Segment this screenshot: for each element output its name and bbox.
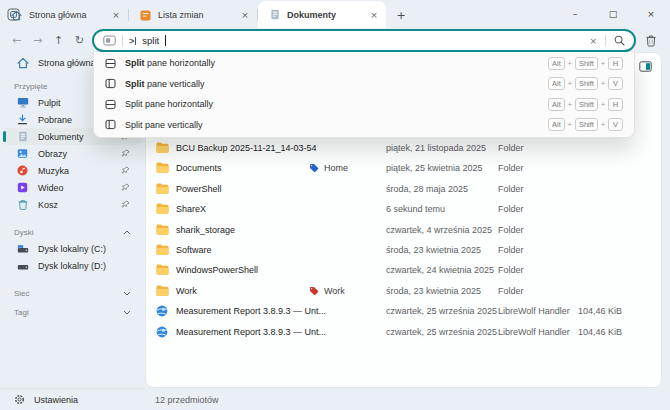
web-file-icon [155,326,169,338]
folder-icon [155,162,169,173]
up-button[interactable]: ↑ [48,30,69,50]
sidebar-item-drive-c[interactable]: Dysk lokalny (C:) [3,240,142,257]
file-name: Documents [176,163,222,173]
label-text: pane vertically [145,79,205,89]
palette-item-split-vertical[interactable]: Split pane vertically Alt+Shift+V [94,74,634,95]
clear-search-icon[interactable]: × [589,36,597,46]
file-type: Folder [498,163,524,173]
command-prompt-indicator: > [129,36,136,46]
tag-icon [309,286,319,296]
sidebar-item-label: Dokumenty [38,132,84,142]
match-text: Split [125,58,145,68]
sidebar-item-settings[interactable]: Ustawienia [0,388,145,410]
file-row[interactable]: Measurement Report 3.8.9.3 — Unt... czwa… [146,322,660,342]
sidebar-item-label: Muzyka [38,166,69,176]
sidebar-item-pictures[interactable]: Obrazy [3,145,142,162]
back-button[interactable]: ← [6,30,27,50]
file-type: LibreWolf Handler [498,306,570,316]
sidebar-section-drives[interactable]: Dyski [0,225,145,240]
desktop-icon [16,97,29,108]
sidebar-item-label: Dysk lokalny (C:) [38,244,106,254]
toggle-details-pane-icon[interactable] [636,58,654,74]
modified-date: czwartek, 25 września 2025 [386,327,497,337]
trash-icon[interactable] [641,30,661,50]
sidebar-section-network[interactable]: Sieć [0,286,145,301]
drive-icon [16,261,29,271]
web-file-icon [155,305,169,317]
tab-changelog[interactable]: Lista zmian × [129,2,257,28]
new-tab-button[interactable]: + [392,6,410,24]
file-row[interactable]: Work Work środa, 23 kwietnia 2025 Folder [146,281,660,301]
sidebar-section-tags[interactable]: Tagi [0,305,145,320]
modified-date: czwartek, 25 września 2025 [386,306,497,316]
tab-label: Strona główna [29,10,87,20]
music-icon [16,165,29,176]
sidebar-item-drive-d[interactable]: Dysk lokalny (D:) [3,257,142,274]
folder-icon [155,142,169,153]
file-type: Folder [498,143,524,153]
tab-close-icon[interactable]: × [109,8,123,22]
keyboard-shortcut: Alt+Shift+V [548,77,623,90]
file-type: Folder [498,245,524,255]
document-icon [16,131,29,142]
file-name: ShareX [176,204,206,214]
folder-icon [155,264,169,275]
tab-close-icon[interactable]: × [238,8,252,22]
bottom-bar: Ustawienia 12 przedmiotów [0,388,670,410]
tab-list-icon[interactable] [6,7,21,22]
sidebar-item-videos[interactable]: Wideo [3,179,142,196]
forward-button[interactable]: → [27,30,48,50]
file-name: PowerShell [176,184,222,194]
search-icon[interactable] [614,35,625,46]
palette-item-split-horizontal[interactable]: Split pane horizontally Alt+Shift+H [94,94,634,115]
maximize-button[interactable]: □ [594,0,632,28]
keyboard-shortcut: Alt+Shift+H [548,57,623,70]
download-icon [16,114,29,125]
modified-date: środa, 23 kwietnia 2025 [386,245,481,255]
modified-date: środa, 23 kwietnia 2025 [386,286,481,296]
gear-icon [14,394,25,405]
tab-bar: Strona główna × Lista zmian × Dokumenty … [0,0,670,28]
folder-icon [155,285,169,296]
window-controls: – □ × [556,0,670,28]
omnibar-search-input[interactable]: > split × [92,29,636,52]
sidebar-item-label: Strona główna [38,58,96,68]
sidebar-item-recycle-bin[interactable]: Kosz [3,196,142,213]
file-row[interactable]: BCU Backup 2025-11-21_14-03-54 piątek, 2… [146,138,660,158]
palette-item-split-vertical[interactable]: Split pane vertically Alt+Shift+V [94,115,634,136]
modified-date: czwartek, 4 września 2025 [386,225,492,235]
sidebar-item-music[interactable]: Muzyka [3,162,142,179]
tab-close-icon[interactable]: × [367,8,381,22]
file-row[interactable]: Documents Home piątek, 25 kwietnia 2025 … [146,158,660,178]
file-row[interactable]: WindowsPowerShell czwartek, 24 kwietnia … [146,260,660,280]
chevron-down-icon[interactable] [123,291,131,296]
file-name: BCU Backup 2025-11-21_14-03-54 [176,143,316,153]
palette-item-split-horizontal[interactable]: Split pane horizontally Alt+Shift+H [94,53,634,74]
tab-documents[interactable]: Dokumenty × [258,1,386,28]
minimize-button[interactable]: – [556,0,594,28]
file-row[interactable]: Software środa, 23 kwietnia 2025 Folder [146,240,660,260]
file-row[interactable]: Measurement Report 3.8.9.3 — Unt... czwa… [146,301,660,321]
file-name: Software [176,245,212,255]
file-row[interactable]: ShareX 6 sekund temu Folder [146,199,660,219]
folder-icon [155,224,169,235]
chevron-up-icon[interactable] [123,230,131,235]
sidebar-item-label: Wideo [38,183,64,193]
file-row[interactable]: PowerShell środa, 28 maja 2025 Folder [146,179,660,199]
chevron-down-icon[interactable] [123,310,131,315]
file-type: LibreWolf Handler [498,327,570,337]
file-type: Folder [498,225,524,235]
file-name: Work [176,286,197,296]
tag-icon [309,163,319,173]
file-name: Measurement Report 3.8.9.3 — Unt... [176,306,326,316]
tab-label: Lista zmian [158,10,204,20]
modified-date: piątek, 25 kwietnia 2025 [386,163,483,173]
refresh-button[interactable]: ↻ [69,30,90,50]
keyboard-shortcut: Alt+Shift+H [548,98,623,111]
omnibar-divider [122,35,123,46]
file-size: 104,46 KiB [578,327,622,337]
command-palette-icon [103,35,116,46]
close-button[interactable]: × [632,0,670,28]
pin-icon [121,200,130,209]
file-row[interactable]: sharik_storage czwartek, 4 września 2025… [146,220,660,240]
